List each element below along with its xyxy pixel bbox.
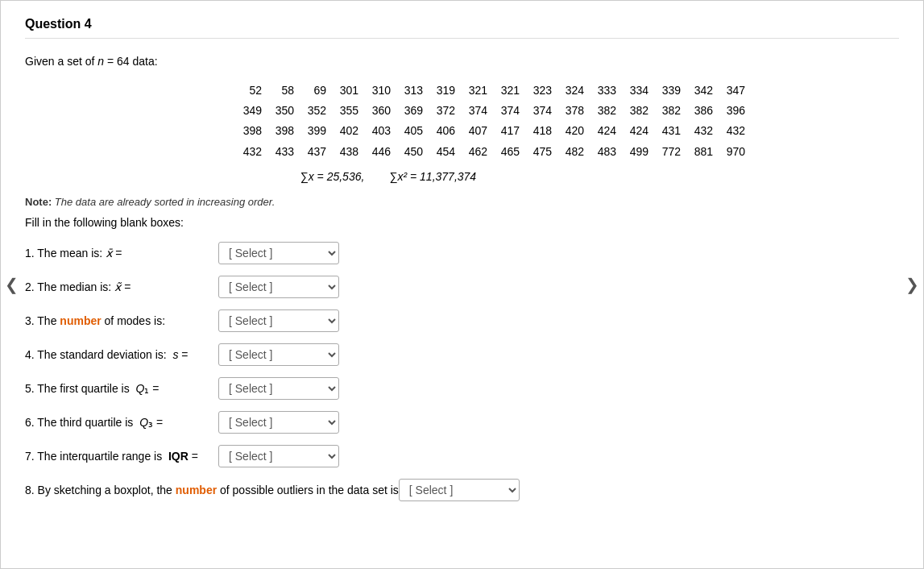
question-label-2: 2. The median is: x̃ =	[25, 280, 218, 293]
question-row-4: 4. The standard deviation is: s = [ Sele…	[25, 343, 899, 366]
fill-in-text: Fill in the following blank boxes:	[25, 216, 899, 229]
question-row-8: 8. By sketching a boxplot, the number of…	[25, 479, 899, 501]
question-row-5: 5. The first quartile is Q₁ = [ Select ]	[25, 377, 899, 400]
data-row-1: 52 58 69 301 310 313 319 321 321 323 324…	[234, 81, 899, 101]
page-container: ❮ ❯ Question 4 Given a set of n = 64 dat…	[0, 0, 924, 569]
question-label-1: 1. The mean is: x̄ =	[25, 247, 218, 260]
note-content: The data are already sorted in increasin…	[55, 196, 275, 208]
stddev-select[interactable]: [ Select ]	[218, 343, 339, 366]
nav-right-arrow[interactable]: ❯	[901, 267, 923, 302]
question-label-4: 4. The standard deviation is: s =	[25, 348, 218, 361]
nav-left-arrow[interactable]: ❮	[1, 267, 23, 302]
data-row-2: 349 350 352 355 360 369 372 374 374 374 …	[234, 101, 899, 121]
iqr-select[interactable]: [ Select ]	[218, 445, 339, 467]
note-text: Note: The data are already sorted in inc…	[25, 196, 899, 208]
sum-x: ∑x = 25,536,	[300, 170, 365, 183]
mean-select[interactable]: [ Select ]	[218, 242, 339, 264]
data-table: 52 58 69 301 310 313 319 321 321 323 324…	[234, 81, 899, 162]
data-row-4: 432 433 437 438 446 450 454 462 465 475 …	[234, 142, 899, 162]
question-row-2: 2. The median is: x̃ = [ Select ]	[25, 276, 899, 298]
note-label: Note:	[25, 196, 52, 208]
intro-text: Given a set of n = 64 data:	[25, 55, 899, 68]
q1-select[interactable]: [ Select ]	[218, 377, 339, 400]
summation-line: ∑x = 25,536, ∑x² = 11,377,374	[234, 170, 899, 183]
question-row-3: 3. The number of modes is: [ Select ]	[25, 309, 899, 332]
question-label-3: 3. The number of modes is:	[25, 314, 218, 327]
question-label-6: 6. The third quartile is Q₃ =	[25, 416, 218, 429]
q3-select[interactable]: [ Select ]	[218, 411, 339, 434]
question-label-8: 8. By sketching a boxplot, the number of…	[25, 484, 399, 496]
sum-x2: ∑x² = 11,377,374	[389, 170, 476, 183]
question-row-6: 6. The third quartile is Q₃ = [ Select ]	[25, 411, 899, 434]
modes-select[interactable]: [ Select ]	[218, 309, 339, 332]
outliers-select[interactable]: [ Select ]	[399, 479, 520, 501]
question-label-7: 7. The interquartile range is IQR =	[25, 450, 218, 463]
question-row-7: 7. The interquartile range is IQR = [ Se…	[25, 445, 899, 467]
question-header: Question 4	[25, 17, 899, 39]
data-row-3: 398 398 399 402 403 405 406 407 417 418 …	[234, 121, 899, 141]
variable-n: n	[97, 55, 104, 68]
question-label-5: 5. The first quartile is Q₁ =	[25, 382, 218, 395]
median-select[interactable]: [ Select ]	[218, 276, 339, 298]
question-row-1: 1. The mean is: x̄ = [ Select ]	[25, 242, 899, 264]
